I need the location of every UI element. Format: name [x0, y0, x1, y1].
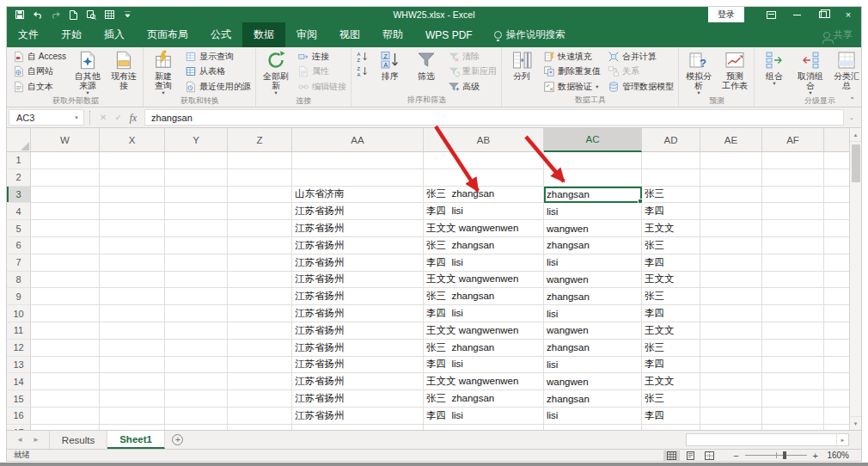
cell-AC15[interactable]: zhangsan	[544, 390, 642, 408]
share-button[interactable]: 共享	[823, 22, 853, 47]
filter-button[interactable]: 筛选	[408, 48, 444, 81]
column-header-AD[interactable]: AD	[642, 128, 700, 152]
cell-W12[interactable]	[31, 340, 100, 357]
vertical-scrollbar-thumb[interactable]	[852, 144, 860, 182]
connections-button[interactable]: 连接	[294, 49, 350, 64]
cell-W15[interactable]	[31, 390, 100, 408]
cell-Z10[interactable]	[228, 305, 292, 322]
row-header-12[interactable]: 12	[7, 340, 31, 357]
cell-AC16[interactable]: lisi	[544, 408, 642, 425]
cell-X7[interactable]	[100, 254, 165, 272]
row-header-15[interactable]: 15	[7, 390, 31, 408]
cell-AE10[interactable]	[700, 305, 762, 322]
sheet-nav-left-icon[interactable]: ◄	[16, 436, 23, 444]
row-header-7[interactable]: 7	[7, 254, 31, 272]
row-header-8[interactable]: 8	[7, 272, 31, 289]
cell-AD11[interactable]: 王文文	[642, 322, 700, 340]
row-header-10[interactable]: 10	[7, 305, 31, 322]
selected-cell-AC3[interactable]: zhangsan	[544, 187, 642, 204]
column-header-W[interactable]: W	[31, 128, 100, 152]
cell-AE13[interactable]	[700, 357, 762, 374]
cell-AE5[interactable]	[700, 220, 762, 237]
other-sources-button[interactable]: 自其他来源▼	[70, 48, 106, 95]
cell-AE15[interactable]	[700, 390, 762, 408]
cell-AE9[interactable]	[700, 288, 762, 305]
insert-function-icon[interactable]: fx	[130, 113, 137, 123]
undo-icon[interactable]	[32, 9, 43, 21]
sort-descending-button[interactable]: ZA	[353, 64, 372, 80]
cell-X5[interactable]	[100, 220, 165, 237]
cell-W11[interactable]	[31, 322, 100, 340]
cell-W2[interactable]	[31, 169, 100, 187]
cell-Y16[interactable]	[165, 408, 228, 425]
cell-AE11[interactable]	[700, 322, 762, 340]
cell-AF4[interactable]	[762, 203, 824, 220]
cell-AF7[interactable]	[762, 254, 824, 272]
cell-AB11[interactable]: 王文文 wangwenwen	[424, 322, 544, 340]
cell-AC12[interactable]: zhangsan	[544, 340, 642, 357]
cell-Y9[interactable]	[165, 288, 228, 305]
cell-AD5[interactable]: 王文文	[642, 220, 700, 237]
cell-W14[interactable]	[31, 373, 100, 390]
cell-AB5[interactable]: 王文文 wangwenwen	[424, 220, 544, 237]
cell-W13[interactable]	[31, 357, 100, 374]
ribbon-tab-insert[interactable]: 插入	[93, 22, 136, 47]
data-validation-button[interactable]: 数据验证▼	[540, 79, 604, 95]
cell-AA9[interactable]: 江苏省扬州	[292, 288, 424, 305]
cell-X10[interactable]	[100, 305, 165, 322]
cell-AF13[interactable]	[762, 357, 824, 374]
ribbon-display-options-icon[interactable]	[758, 7, 784, 22]
what-if-button[interactable]: ?模拟分析▼	[681, 48, 717, 95]
column-header-AE[interactable]: AE	[700, 128, 762, 152]
cell-AD9[interactable]: 张三	[642, 288, 700, 305]
cell-AB2[interactable]	[424, 169, 544, 187]
table-icon[interactable]	[104, 9, 115, 21]
vertical-scrollbar[interactable]: ▲ ▼	[849, 128, 861, 430]
enter-icon[interactable]: ✓	[114, 113, 121, 122]
cell-W6[interactable]	[31, 237, 100, 254]
select-all-corner[interactable]	[7, 128, 31, 152]
ribbon-tab-page-layout[interactable]: 页面布局	[136, 22, 199, 47]
ribbon-tab-home[interactable]: 开始	[50, 22, 93, 47]
cell-Z7[interactable]	[228, 254, 292, 272]
cell-AF15[interactable]	[762, 390, 824, 408]
cell-AA3[interactable]: 山东省济南	[292, 187, 424, 204]
minimize-icon[interactable]	[784, 7, 810, 22]
cell-AD13[interactable]: 李四	[642, 357, 700, 374]
cell-AF12[interactable]	[762, 340, 824, 357]
cell-W3[interactable]	[31, 187, 100, 204]
column-header-AC[interactable]: AC	[544, 128, 642, 152]
cell-AC14[interactable]: wangwen	[544, 373, 642, 390]
ribbon-tab-file[interactable]: 文件	[7, 22, 50, 47]
zoom-slider[interactable]	[745, 455, 807, 456]
cell-X13[interactable]	[100, 357, 165, 374]
sheet-tab-results[interactable]: Results	[50, 431, 107, 449]
cell-AB12[interactable]: 张三 zhangsan	[424, 340, 544, 357]
cell-AE1[interactable]	[700, 152, 762, 169]
cell-X15[interactable]	[100, 390, 165, 408]
row-header-6[interactable]: 6	[7, 237, 31, 254]
cell-Y4[interactable]	[165, 203, 228, 220]
cell-AC1[interactable]	[544, 152, 642, 169]
cell-AC4[interactable]: lisi	[544, 203, 642, 220]
cell-W9[interactable]	[31, 288, 100, 305]
cell-AF8[interactable]	[762, 272, 824, 289]
cell-X8[interactable]	[100, 272, 165, 289]
cell-Z2[interactable]	[228, 169, 292, 187]
cell-Z14[interactable]	[228, 373, 292, 390]
name-box[interactable]: AC3 ▼	[9, 109, 84, 126]
cell-AD12[interactable]: 张三	[642, 340, 700, 357]
access-file-button[interactable]: 自 Access	[9, 49, 70, 64]
page-layout-view-icon[interactable]	[682, 451, 699, 461]
cell-AF9[interactable]	[762, 288, 824, 305]
row-header-5[interactable]: 5	[7, 220, 31, 237]
column-header-X[interactable]: X	[100, 128, 165, 152]
collapse-ribbon-icon[interactable]: ⌃	[849, 96, 855, 104]
cell-AF16[interactable]	[762, 408, 824, 425]
horizontal-scrollbar-track[interactable]	[687, 434, 836, 445]
cell-AB13[interactable]: 李四 lisi	[424, 357, 544, 374]
refresh-all-button[interactable]: 全部刷新▼	[258, 48, 294, 95]
cell-AD4[interactable]: 李四	[642, 203, 700, 220]
cell-AC5[interactable]: wangwen	[544, 220, 642, 237]
cell-AF2[interactable]	[762, 169, 824, 187]
